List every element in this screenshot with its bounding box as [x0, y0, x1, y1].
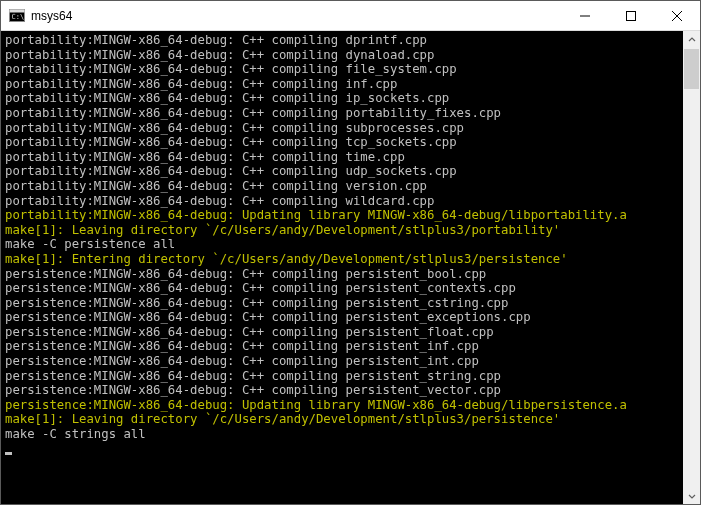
- client-area: portability:MINGW-x86_64-debug: C++ comp…: [1, 31, 700, 504]
- chevron-up-icon: [688, 36, 696, 44]
- scrollbar-thumb[interactable]: [684, 49, 699, 89]
- terminal-line: portability:MINGW-x86_64-debug: C++ comp…: [5, 91, 679, 106]
- terminal-cursor-line: [5, 442, 679, 457]
- window-title: msys64: [31, 9, 72, 23]
- terminal-line: portability:MINGW-x86_64-debug: Updating…: [5, 208, 679, 223]
- terminal-line: portability:MINGW-x86_64-debug: C++ comp…: [5, 164, 679, 179]
- terminal-line: portability:MINGW-x86_64-debug: C++ comp…: [5, 150, 679, 165]
- terminal-line: persistence:MINGW-x86_64-debug: C++ comp…: [5, 325, 679, 340]
- svg-rect-3: [627, 11, 636, 20]
- console-icon: C:\: [9, 8, 25, 24]
- terminal-line: make[1]: Entering directory `/c/Users/an…: [5, 252, 679, 267]
- terminal-line: portability:MINGW-x86_64-debug: C++ comp…: [5, 77, 679, 92]
- cursor-icon: [5, 452, 12, 455]
- terminal-output[interactable]: portability:MINGW-x86_64-debug: C++ comp…: [1, 31, 683, 504]
- terminal-line: make[1]: Leaving directory `/c/Users/and…: [5, 223, 679, 238]
- maximize-icon: [626, 11, 636, 21]
- close-icon: [672, 11, 682, 21]
- terminal-line: portability:MINGW-x86_64-debug: C++ comp…: [5, 121, 679, 136]
- maximize-button[interactable]: [608, 1, 654, 31]
- terminal-line: persistence:MINGW-x86_64-debug: C++ comp…: [5, 267, 679, 282]
- terminal-line: portability:MINGW-x86_64-debug: C++ comp…: [5, 62, 679, 77]
- terminal-line: persistence:MINGW-x86_64-debug: C++ comp…: [5, 354, 679, 369]
- terminal-line: portability:MINGW-x86_64-debug: C++ comp…: [5, 106, 679, 121]
- terminal-line: portability:MINGW-x86_64-debug: C++ comp…: [5, 33, 679, 48]
- chevron-down-icon: [688, 492, 696, 500]
- scroll-up-button[interactable]: [683, 31, 700, 48]
- terminal-line: portability:MINGW-x86_64-debug: C++ comp…: [5, 48, 679, 63]
- scroll-down-button[interactable]: [683, 487, 700, 504]
- vertical-scrollbar[interactable]: [683, 31, 700, 504]
- terminal-line: persistence:MINGW-x86_64-debug: C++ comp…: [5, 296, 679, 311]
- terminal-line: portability:MINGW-x86_64-debug: C++ comp…: [5, 135, 679, 150]
- terminal-line: persistence:MINGW-x86_64-debug: C++ comp…: [5, 369, 679, 384]
- terminal-line: persistence:MINGW-x86_64-debug: C++ comp…: [5, 281, 679, 296]
- terminal-line: make -C persistence all: [5, 237, 679, 252]
- terminal-line: persistence:MINGW-x86_64-debug: C++ comp…: [5, 339, 679, 354]
- terminal-line: persistence:MINGW-x86_64-debug: C++ comp…: [5, 310, 679, 325]
- application-window: C:\ msys64 portability:MINGW-x86_64-debu…: [0, 0, 701, 505]
- terminal-line: portability:MINGW-x86_64-debug: C++ comp…: [5, 194, 679, 209]
- svg-text:C:\: C:\: [12, 13, 25, 21]
- minimize-button[interactable]: [562, 1, 608, 31]
- minimize-icon: [580, 11, 590, 21]
- terminal-line: make[1]: Leaving directory `/c/Users/and…: [5, 412, 679, 427]
- terminal-line: make -C strings all: [5, 427, 679, 442]
- terminal-line: persistence:MINGW-x86_64-debug: C++ comp…: [5, 383, 679, 398]
- terminal-line: portability:MINGW-x86_64-debug: C++ comp…: [5, 179, 679, 194]
- title-bar[interactable]: C:\ msys64: [1, 1, 700, 31]
- close-button[interactable]: [654, 1, 700, 31]
- terminal-line: persistence:MINGW-x86_64-debug: Updating…: [5, 398, 679, 413]
